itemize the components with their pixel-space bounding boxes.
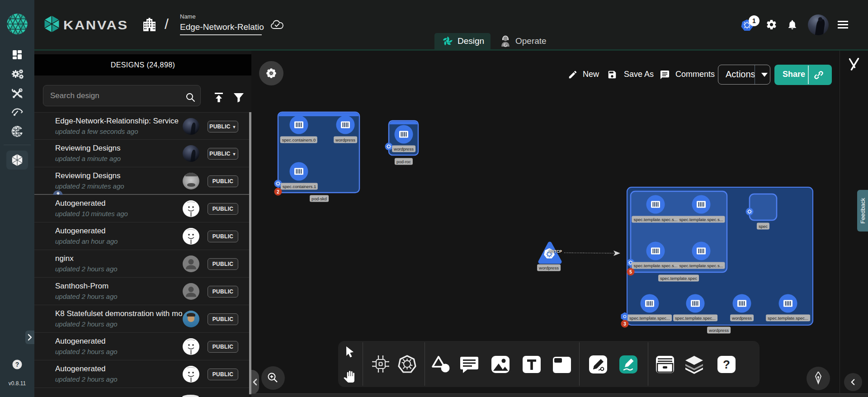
svg-text:?: ? — [15, 361, 19, 368]
svg-text:3: 3 — [623, 321, 626, 326]
svg-text:5: 5 — [629, 269, 632, 274]
svg-text:?: ? — [723, 358, 730, 371]
svg-text:2: 2 — [277, 189, 279, 194]
